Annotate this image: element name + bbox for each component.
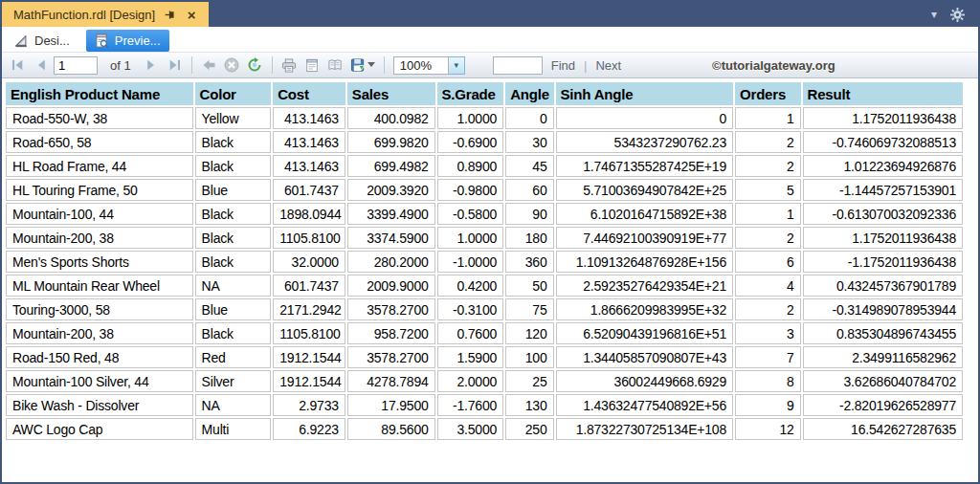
table-cell: 3399.4900: [347, 203, 435, 225]
table-body: Road-550-W, 38Yellow413.1463400.09821.00…: [6, 107, 963, 440]
table-row: HL Touring Frame, 50Blue601.74372009.392…: [6, 179, 963, 201]
table-cell: 0.8900: [437, 155, 504, 177]
table-cell: 601.7437: [273, 179, 345, 201]
table-cell: -2.82019626528977: [803, 394, 963, 416]
table-cell: 17.9500: [347, 394, 435, 416]
stop-rendering-button[interactable]: [222, 55, 242, 76]
gear-icon[interactable]: [950, 8, 965, 22]
first-page-button[interactable]: [8, 55, 28, 76]
design-ruler-icon: [14, 34, 29, 48]
table-cell: 699.9820: [347, 131, 435, 153]
find-input[interactable]: [493, 56, 543, 75]
table-cell: 413.1463: [273, 131, 345, 153]
table-cell: Mountain-200, 38: [6, 227, 193, 249]
find-next-separator: |: [584, 58, 587, 73]
table-cell: 1.0000: [437, 227, 504, 249]
column-header: Angle: [505, 82, 553, 105]
table-cell: -1.0000: [437, 251, 504, 273]
table-cell: Red: [195, 346, 272, 368]
table-cell: 413.1463: [273, 107, 345, 129]
table-cell: Road-150 Red, 48: [6, 346, 193, 368]
column-header: S.Grade: [437, 82, 504, 105]
table-cell: HL Road Frame, 44: [6, 155, 193, 177]
column-header: Sales: [347, 82, 435, 105]
next-page-button[interactable]: [142, 55, 162, 76]
page-setup-button[interactable]: [325, 55, 345, 76]
table-cell: 1.01223694926876: [803, 155, 963, 177]
table-cell: 5343237290762.23: [556, 131, 734, 153]
table-cell: 6.1020164715892E+38: [556, 203, 734, 225]
table-cell: 360: [505, 251, 553, 273]
previous-page-button[interactable]: [31, 55, 51, 76]
table-cell: 3.5000: [437, 418, 504, 440]
close-icon[interactable]: ×: [184, 7, 199, 22]
print-layout-button[interactable]: [302, 55, 323, 76]
table-cell: -0.746069732088513: [803, 131, 963, 153]
report-preview-area: English Product NameColorCostSalesS.Grad…: [2, 78, 978, 442]
table-cell: 2.59235276429354E+21: [556, 275, 734, 297]
table-cell: 1105.8100: [273, 227, 345, 249]
table-cell: -1.1752011936438: [803, 251, 963, 273]
table-cell: 400.0982: [347, 107, 435, 129]
print-button[interactable]: [279, 55, 300, 76]
table-row: Touring-3000, 58Blue2171.29423578.2700-0…: [6, 298, 963, 320]
table-cell: 2009.3920: [347, 179, 435, 201]
tab-design[interactable]: Desi...: [6, 30, 78, 52]
last-page-button[interactable]: [165, 55, 185, 76]
table-cell: 90: [505, 203, 553, 225]
table-cell: 12: [735, 418, 801, 440]
table-cell: 6.9223: [273, 418, 345, 440]
table-cell: -0.3100: [437, 298, 504, 320]
table-cell: -0.5800: [437, 203, 504, 225]
table-cell: 3578.2700: [347, 346, 435, 368]
table-cell: HL Touring Frame, 50: [6, 179, 193, 201]
table-cell: 2171.2942: [273, 298, 345, 320]
table-cell: 0: [505, 107, 553, 129]
table-cell: Men's Sports Shorts: [6, 251, 193, 273]
back-to-parent-button[interactable]: [199, 55, 219, 76]
export-button[interactable]: [348, 55, 377, 76]
table-cell: -0.613070032092336: [803, 203, 963, 225]
table-row: Road-650, 58Black413.1463699.9820-0.6900…: [6, 131, 963, 153]
table-cell: 2.3499116582962: [803, 346, 963, 368]
table-cell: 1.43632477540892E+56: [556, 394, 734, 416]
zoom-select[interactable]: 100% ▾: [393, 56, 465, 75]
document-tab-title: MathFunction.rdl [Design]: [13, 8, 155, 22]
table-cell: Mountain-100, 44: [6, 203, 193, 225]
table-cell: NA: [195, 275, 272, 297]
page-number-input[interactable]: [54, 56, 98, 75]
table-cell: ML Mountain Rear Wheel: [6, 275, 193, 297]
table-cell: 4278.7894: [347, 370, 435, 392]
column-header: Result: [803, 82, 963, 105]
tab-preview[interactable]: Previe...: [86, 30, 169, 52]
refresh-button[interactable]: [245, 55, 265, 76]
table-cell: 2: [735, 227, 801, 249]
table-cell: 45: [505, 155, 553, 177]
table-cell: 36002449668.6929: [556, 370, 734, 392]
table-cell: 89.5600: [347, 418, 435, 440]
table-cell: 1.8666209983995E+32: [556, 298, 734, 320]
table-cell: 1898.0944: [273, 203, 345, 225]
table-cell: 1.87322730725134E+108: [556, 418, 734, 440]
table-cell: Road-550-W, 38: [6, 107, 193, 129]
find-button[interactable]: Find: [551, 58, 575, 73]
table-cell: 1912.1544: [273, 370, 345, 392]
pin-icon[interactable]: [162, 7, 177, 22]
zoom-dropdown-icon[interactable]: ▾: [449, 56, 465, 75]
table-row: Mountain-100, 44Black1898.09443399.4900-…: [6, 203, 963, 225]
report-table: English Product NameColorCostSalesS.Grad…: [4, 80, 965, 442]
table-cell: 3578.2700: [347, 298, 435, 320]
chevron-down-icon[interactable]: ▾: [931, 8, 937, 21]
document-tab[interactable]: MathFunction.rdl [Design] ×: [2, 2, 209, 27]
table-cell: 1.10913264876928E+156: [556, 251, 734, 273]
find-next-button[interactable]: Next: [595, 58, 621, 73]
table-cell: NA: [195, 394, 272, 416]
table-cell: 9: [735, 394, 801, 416]
table-cell: 413.1463: [273, 155, 345, 177]
table-cell: 120: [505, 322, 553, 344]
table-cell: 1.74671355287425E+19: [556, 155, 734, 177]
table-cell: 100: [505, 346, 553, 368]
column-header: Cost: [273, 82, 345, 105]
zoom-value: 100%: [393, 56, 449, 75]
table-cell: 0: [556, 107, 734, 129]
